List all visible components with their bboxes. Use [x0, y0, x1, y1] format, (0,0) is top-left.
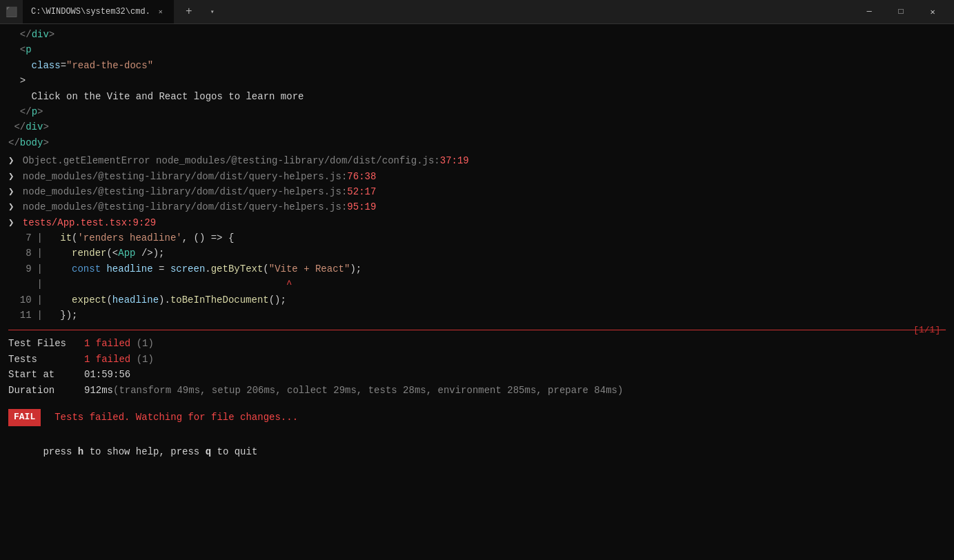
stack-trace-text-4: node_modules/@testing-library/dom/dist/q…: [23, 199, 377, 214]
line-num-7: 7: [8, 230, 37, 246]
code-snippet-caret: | ^: [8, 277, 946, 292]
code-snippet-10: 10| expect(headline).toBeInTheDocument()…: [8, 292, 946, 308]
divider-label: [1/1]─: [913, 323, 946, 338]
code-indent: [8, 27, 20, 42]
titlebar: ⬛ C:\WINDOWS\system32\cmd. ✕ + ▾ ─ □ ✕: [0, 0, 954, 24]
duration-label: Duration: [8, 383, 84, 398]
tests-line: Tests 1 failed (1): [8, 352, 946, 367]
duration-line: Duration 912ms (transform 49ms, setup 20…: [8, 383, 946, 398]
code-line-body-close: </body>: [8, 135, 946, 150]
fail-message: Tests failed. Watching for file changes.…: [54, 410, 298, 425]
minimize-button[interactable]: ─: [853, 0, 885, 24]
code-line-text: Click on the Vite and React logos to lea…: [8, 89, 946, 104]
key-q: q: [206, 446, 211, 457]
stack-trace-line-4[interactable]: ❯ node_modules/@testing-library/dom/dist…: [8, 199, 946, 214]
code-snippet-8: 8| render(<App />);: [8, 246, 946, 261]
stack-trace-line-3[interactable]: ❯ node_modules/@testing-library/dom/dist…: [8, 184, 946, 199]
code-line-class-attr: class="read-the-docs": [8, 58, 946, 73]
stack-trace-line-5[interactable]: ❯ tests/App.test.tsx:9:29: [8, 215, 946, 230]
line-num-11: 11: [8, 308, 37, 323]
test-files-line: Test Files 1 failed (1): [8, 336, 946, 351]
stack-trace-line-1[interactable]: ❯ Object.getElementError node_modules/@t…: [8, 153, 946, 168]
stack-trace-text-5: tests/App.test.tsx:9:29: [23, 215, 156, 230]
line-num-8: 8: [8, 246, 37, 261]
active-tab[interactable]: C:\WINDOWS\system32\cmd. ✕: [23, 0, 174, 23]
code-snippet-7: 7| it('renders headline', () => {: [8, 230, 946, 246]
stack-trace-line-2[interactable]: ❯ node_modules/@testing-library/dom/dist…: [8, 169, 946, 184]
tests-count: (1): [137, 352, 154, 367]
line-num-caret: [8, 277, 37, 292]
tests-failed: 1 failed: [84, 352, 137, 367]
fail-line: FAIL Tests failed. Watching for file cha…: [8, 409, 946, 426]
maximize-button[interactable]: □: [885, 0, 917, 24]
code-line-p-close: </p>: [8, 104, 946, 119]
code-line-p-open: <p: [8, 42, 946, 57]
tab-title: C:\WINDOWS\system32\cmd.: [31, 7, 150, 17]
test-files-failed: 1 failed: [84, 336, 137, 351]
divider: [1/1]─: [8, 330, 946, 330]
stack-trace-text-2: node_modules/@testing-library/dom/dist/q…: [23, 169, 377, 184]
duration-details: (transform 49ms, setup 206ms, collect 29…: [113, 383, 623, 398]
test-summary: Test Files 1 failed (1) Tests 1 failed (…: [8, 336, 946, 398]
tab-close-button[interactable]: ✕: [156, 7, 166, 17]
key-h: h: [78, 446, 83, 457]
duration-value: 912ms: [84, 383, 113, 398]
close-window-button[interactable]: ✕: [917, 0, 948, 24]
collapse-arrow-2: ❯: [8, 169, 20, 184]
stack-trace-text-1: Object.getElementError node_modules/@tes…: [23, 153, 469, 168]
code-snippet-11: 11| });: [8, 308, 946, 323]
test-files-count: (1): [137, 336, 154, 351]
collapse-arrow-3: ❯: [8, 184, 20, 199]
start-label: Start at: [8, 367, 84, 382]
new-tab-button[interactable]: +: [179, 0, 199, 23]
press-hint-text: press h to show help, press q to quit: [8, 429, 257, 475]
tests-label: Tests: [8, 352, 84, 367]
terminal-content: </div> <p class="read-the-docs" > Click …: [0, 24, 954, 560]
start-value: 01:59:56: [84, 367, 130, 382]
stack-trace-text-3: node_modules/@testing-library/dom/dist/q…: [23, 184, 377, 199]
code-line-div-close: </div>: [8, 27, 946, 42]
tab-dropdown-button[interactable]: ▾: [204, 0, 221, 23]
line-num-10: 10: [8, 292, 37, 308]
code-snippet-9: 9| const headline = screen.getByText("Vi…: [8, 261, 946, 277]
line-num-9: 9: [8, 261, 37, 277]
terminal-icon: ⬛: [6, 6, 17, 18]
test-files-label: Test Files: [8, 336, 84, 351]
code-line-bracket: >: [8, 73, 946, 88]
start-line: Start at 01:59:56: [8, 367, 946, 382]
code-line-div-close2: </div>: [8, 119, 946, 134]
window-controls: ─ □ ✕: [853, 0, 948, 24]
press-hint-line: press h to show help, press q to quit: [8, 429, 946, 475]
collapse-arrow-5: ❯: [8, 215, 20, 230]
fail-badge: FAIL: [8, 409, 41, 426]
collapse-arrow-1: ❯: [8, 153, 20, 168]
collapse-arrow-4: ❯: [8, 199, 20, 214]
